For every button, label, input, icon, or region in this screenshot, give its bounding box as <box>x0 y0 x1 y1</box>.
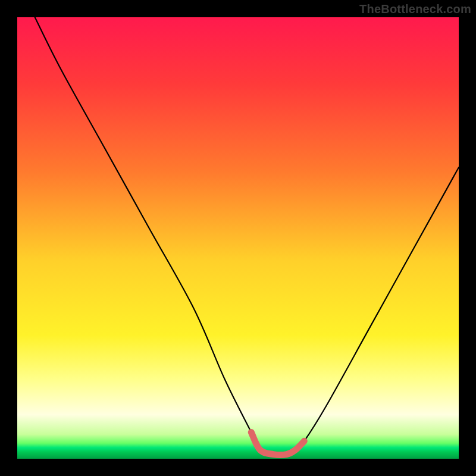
chart-frame: TheBottleneck.com <box>0 0 476 476</box>
plot-area <box>17 17 459 459</box>
watermark-text: TheBottleneck.com <box>359 2 471 16</box>
gradient-background <box>17 17 459 459</box>
bottleneck-chart <box>17 17 459 459</box>
